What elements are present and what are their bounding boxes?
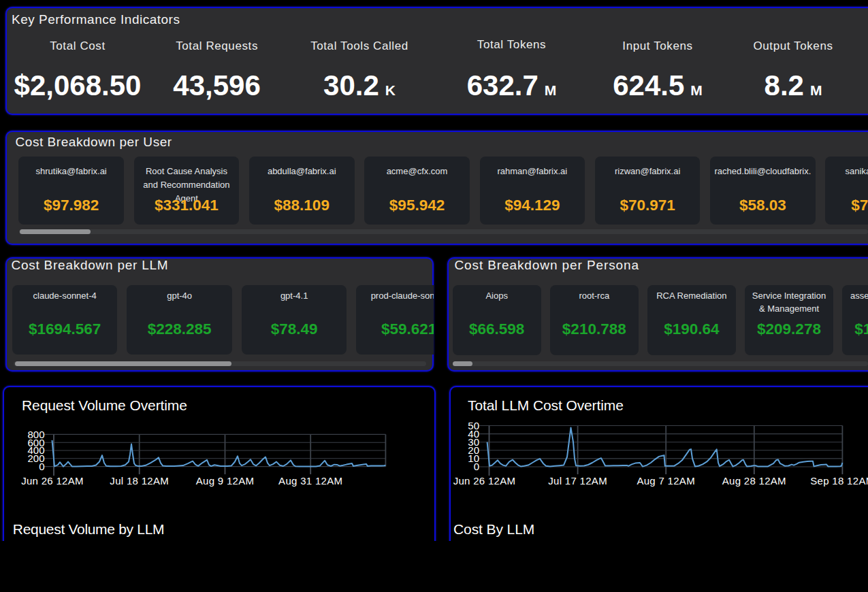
svg-text:0: 0 <box>474 461 479 472</box>
svg-text:Aug 28 12AM: Aug 28 12AM <box>722 475 786 487</box>
svg-text:0: 0 <box>39 461 44 472</box>
svg-text:Aug 9 12AM: Aug 9 12AM <box>196 475 255 487</box>
svg-text:Jul 17 12AM: Jul 17 12AM <box>548 475 607 487</box>
svg-text:Jul 18 12AM: Jul 18 12AM <box>110 475 169 487</box>
svg-text:Aug 7 12AM: Aug 7 12AM <box>637 475 695 487</box>
svg-text:Aug 31 12AM: Aug 31 12AM <box>278 475 342 487</box>
svg-text:Jun 26 12AM: Jun 26 12AM <box>21 475 84 487</box>
svg-text:Jun 26 12AM: Jun 26 12AM <box>453 475 516 487</box>
svg-text:Sep 18 12AM: Sep 18 12AM <box>810 475 868 487</box>
